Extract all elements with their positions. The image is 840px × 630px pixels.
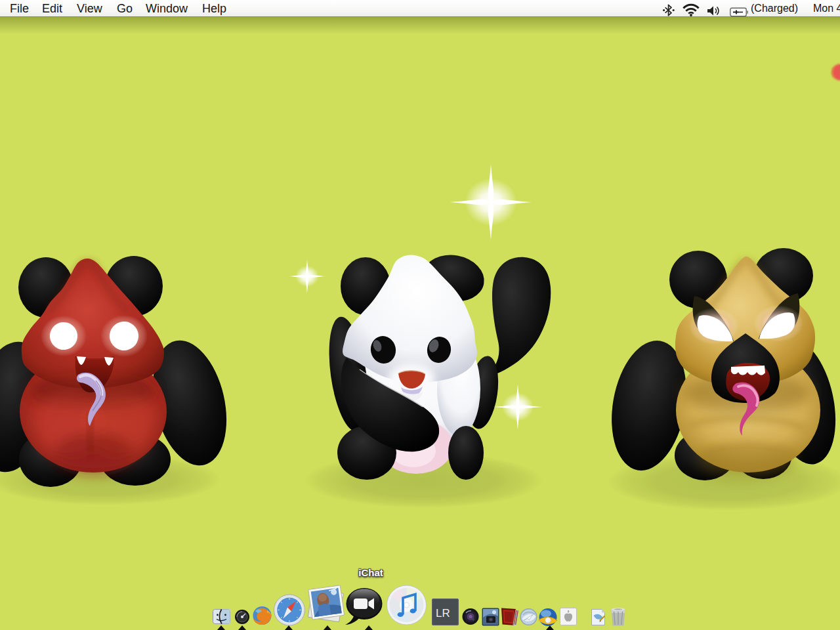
svg-text:LR: LR	[436, 607, 450, 620]
